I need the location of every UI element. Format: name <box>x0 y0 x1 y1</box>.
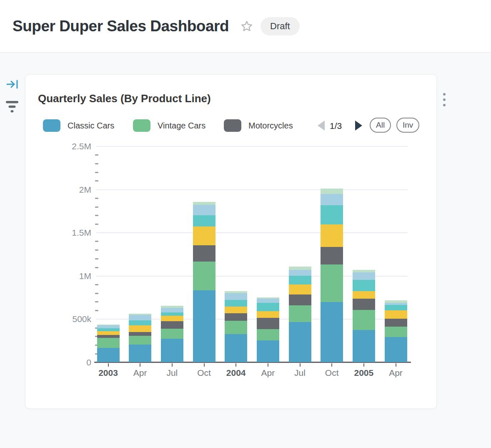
y-axis-minor-tick <box>95 172 98 173</box>
bar-2003-0[interactable] <box>97 324 120 362</box>
bar-segment-series-5[interactable] <box>257 303 279 311</box>
page-title: Super Duper Sales Dashboard <box>13 18 229 35</box>
bar-segment-series-7[interactable] <box>321 189 343 194</box>
x-axis-tick <box>172 363 173 367</box>
bar-segment-series-4[interactable] <box>129 325 151 332</box>
bar-segment-series-1[interactable] <box>97 348 120 362</box>
bar-segment-series-1[interactable] <box>129 345 151 362</box>
bar-segment-series-7[interactable] <box>289 267 311 269</box>
y-axis-minor-tick <box>95 301 98 302</box>
y-axis-minor-tick <box>95 180 98 181</box>
bar-segment-series-6[interactable] <box>129 315 151 320</box>
card-menu-kebab-icon[interactable] <box>437 91 451 109</box>
y-axis-minor-tick <box>95 310 98 311</box>
bar-segment-series-2[interactable] <box>353 310 375 330</box>
bar-segment-series-3[interactable] <box>97 335 120 338</box>
bar-segment-series-3[interactable] <box>385 319 407 327</box>
bar-segment-series-4[interactable] <box>161 316 183 321</box>
bar-segment-series-1[interactable] <box>193 290 215 362</box>
bar-segment-series-6[interactable] <box>289 270 311 276</box>
bar-segment-series-3[interactable] <box>257 318 279 329</box>
bar-segment-series-4[interactable] <box>289 284 311 294</box>
y-axis-tick-label: 1.5M <box>25 228 91 238</box>
bar-segment-series-3[interactable] <box>161 321 183 329</box>
bar-jul-6[interactable] <box>289 267 311 362</box>
bar-segment-series-1[interactable] <box>353 330 375 362</box>
y-axis-minor-tick <box>95 215 98 216</box>
x-axis-tick <box>140 363 140 367</box>
bar-segment-series-2[interactable] <box>289 305 311 322</box>
bar-segment-series-2[interactable] <box>97 338 120 348</box>
y-axis-minor-tick <box>95 163 98 164</box>
bar-segment-series-6[interactable] <box>97 325 120 328</box>
bar-segment-series-2[interactable] <box>321 264 343 302</box>
bar-segment-series-4[interactable] <box>353 291 375 299</box>
y-axis-minor-tick <box>95 267 98 268</box>
bar-segment-series-4[interactable] <box>225 307 247 313</box>
bar-segment-series-1[interactable] <box>321 302 343 362</box>
bar-segment-series-2[interactable] <box>225 321 247 334</box>
bar-segment-series-6[interactable] <box>257 299 279 303</box>
status-badge[interactable]: Draft <box>261 17 300 35</box>
bar-segment-series-1[interactable] <box>161 339 183 362</box>
bar-segment-series-3[interactable] <box>353 299 375 310</box>
bar-segment-series-6[interactable] <box>193 205 215 215</box>
bar-segment-series-5[interactable] <box>225 300 247 307</box>
bar-2005-8[interactable] <box>353 270 375 362</box>
bar-segment-series-1[interactable] <box>225 334 247 362</box>
bar-segment-series-5[interactable] <box>385 305 407 310</box>
bar-segment-series-7[interactable] <box>193 202 215 205</box>
bar-jul-2[interactable] <box>161 306 183 362</box>
filter-icon[interactable] <box>5 100 19 115</box>
bar-oct-7[interactable] <box>321 189 343 362</box>
bar-segment-series-1[interactable] <box>385 337 407 362</box>
bar-segment-series-2[interactable] <box>129 336 151 345</box>
bar-segment-series-4[interactable] <box>257 311 279 318</box>
x-axis-tick <box>363 363 364 367</box>
bar-segment-series-2[interactable] <box>385 327 407 337</box>
bar-segment-series-4[interactable] <box>193 227 215 245</box>
bar-2004-4[interactable] <box>225 291 247 362</box>
bar-segment-series-1[interactable] <box>289 322 311 362</box>
bar-segment-series-4[interactable] <box>97 331 120 335</box>
y-axis-minor-tick <box>95 293 98 294</box>
bar-segment-series-2[interactable] <box>257 329 279 340</box>
bar-segment-series-6[interactable] <box>321 194 343 205</box>
bar-segment-series-2[interactable] <box>161 329 183 339</box>
bar-segment-series-5[interactable] <box>353 280 375 291</box>
y-axis-minor-tick <box>95 206 98 208</box>
bar-segment-series-5[interactable] <box>129 320 151 325</box>
bar-segment-series-2[interactable] <box>193 262 215 291</box>
y-axis-minor-tick <box>95 258 98 259</box>
bar-segment-series-4[interactable] <box>321 224 343 247</box>
bar-segment-series-4[interactable] <box>385 310 407 318</box>
bar-segment-series-6[interactable] <box>161 308 183 313</box>
bar-apr-1[interactable] <box>129 314 151 362</box>
y-axis-minor-tick <box>95 249 98 251</box>
bar-segment-series-3[interactable] <box>289 294 311 305</box>
y-axis-tick-label: 1M <box>25 271 91 281</box>
collapse-sidebar-icon[interactable] <box>6 78 19 91</box>
bar-segment-series-5[interactable] <box>289 276 311 285</box>
bar-apr-9[interactable] <box>385 300 407 362</box>
stacked-bar-chart: 0500k1M1.5M2M2.5M2003AprJulOct2004AprJul… <box>25 75 437 409</box>
favorite-star-icon[interactable] <box>240 19 254 33</box>
bar-segment-series-5[interactable] <box>321 205 343 224</box>
y-axis-minor-tick <box>95 241 98 242</box>
bar-oct-3[interactable] <box>193 202 215 362</box>
bar-segment-series-5[interactable] <box>97 328 120 331</box>
x-axis-tick <box>300 363 301 367</box>
bar-segment-series-3[interactable] <box>129 332 151 336</box>
bar-segment-series-3[interactable] <box>193 245 215 262</box>
chart-card: Quarterly Sales (By Product Line) Classi… <box>25 74 437 409</box>
bar-segment-series-5[interactable] <box>161 312 183 315</box>
bar-segment-series-5[interactable] <box>193 215 215 227</box>
bar-segment-series-3[interactable] <box>225 313 247 321</box>
bar-segment-series-3[interactable] <box>321 247 343 264</box>
bar-apr-5[interactable] <box>257 297 279 362</box>
gridline <box>96 146 408 147</box>
bar-segment-series-6[interactable] <box>353 272 375 280</box>
bar-segment-series-1[interactable] <box>257 340 279 362</box>
bar-segment-series-6[interactable] <box>225 293 247 300</box>
y-axis-tick-label: 2.5M <box>25 141 91 151</box>
